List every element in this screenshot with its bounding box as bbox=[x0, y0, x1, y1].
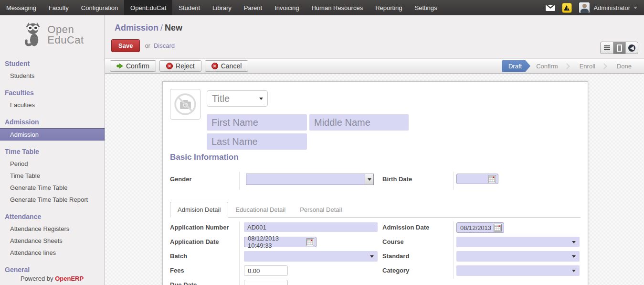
list-view-button[interactable] bbox=[601, 42, 613, 54]
main-panel: Admission/New Save or Discard bbox=[105, 15, 644, 285]
title-select[interactable]: Title bbox=[207, 90, 268, 107]
birth-date-label: Birth Date bbox=[382, 175, 412, 183]
form-sheet: Title Basic Information Gender Birth Dat bbox=[162, 81, 588, 285]
red-cross-icon bbox=[211, 63, 218, 69]
gender-label: Gender bbox=[170, 175, 192, 183]
top-navigation: Messaging Faculty Configuration OpenEduC… bbox=[0, 0, 443, 15]
column-separator bbox=[239, 172, 240, 190]
logo-text-line2: EduCat bbox=[47, 35, 84, 45]
openerp-brand[interactable]: OpenERP bbox=[55, 275, 84, 282]
title-select-value: Title bbox=[212, 93, 230, 104]
step-confirm: Confirm bbox=[530, 60, 564, 72]
sidebar-item-faculties[interactable]: Faculties bbox=[0, 99, 105, 111]
tab-educational-detail[interactable]: Educational Detail bbox=[228, 202, 293, 217]
user-menu[interactable]: Administrator bbox=[579, 2, 637, 13]
application-date-input[interactable]: 08/12/2013 10:49:33 bbox=[244, 237, 317, 247]
logo-text-line1: Open bbox=[47, 24, 84, 35]
sidebar-item-time-table[interactable]: Time Table bbox=[0, 170, 105, 182]
nav-settings[interactable]: Settings bbox=[409, 0, 443, 15]
reject-button-label: Reject bbox=[176, 62, 195, 70]
sidebar-section-admission: Admission Admission bbox=[0, 116, 105, 141]
sidebar-item-generate-time-table[interactable]: Generate Time Table bbox=[0, 182, 105, 194]
standard-select[interactable] bbox=[456, 251, 580, 262]
application-number-label: Application Number bbox=[170, 224, 229, 231]
batch-select[interactable] bbox=[244, 251, 378, 262]
admission-date-value: 08/12/2013 bbox=[460, 224, 491, 231]
list-icon bbox=[604, 45, 610, 46]
save-button[interactable]: Save bbox=[111, 39, 140, 52]
sidebar-item-attendance-sheets[interactable]: Attendance Sheets bbox=[0, 235, 105, 247]
photo-upload-box[interactable] bbox=[170, 89, 201, 120]
cancel-button[interactable]: Cancel bbox=[205, 60, 249, 72]
fees-input[interactable] bbox=[244, 265, 288, 276]
breadcrumb-separator: / bbox=[158, 23, 165, 33]
calendar-icon[interactable] bbox=[494, 224, 502, 232]
sidebar-item-period[interactable]: Period bbox=[0, 158, 105, 170]
dropdown-button bbox=[365, 174, 373, 185]
cancel-button-label: Cancel bbox=[221, 62, 242, 70]
or-label: or bbox=[145, 42, 150, 49]
nav-messaging[interactable]: Messaging bbox=[0, 0, 42, 15]
sidebar-heading-attendance: Attendance bbox=[0, 210, 105, 223]
sidebar-item-attendance-lines[interactable]: Attendance lines bbox=[0, 247, 105, 259]
batch-label: Batch bbox=[170, 252, 187, 260]
avatar bbox=[579, 2, 590, 13]
fees-label: Fees bbox=[170, 267, 184, 274]
app-window: Messaging Faculty Configuration OpenEduC… bbox=[0, 0, 644, 285]
chevron-down-icon bbox=[259, 98, 263, 100]
mail-icon[interactable] bbox=[546, 5, 555, 11]
breadcrumb-admission-link[interactable]: Admission bbox=[115, 23, 158, 33]
chevron-down-icon bbox=[572, 255, 576, 258]
confirm-button[interactable]: Confirm bbox=[110, 60, 156, 72]
discard-link[interactable]: Discard bbox=[154, 42, 175, 49]
sidebar-heading-faculties: Faculties bbox=[0, 87, 105, 99]
nav-student[interactable]: Student bbox=[172, 0, 206, 15]
sidebar-item-admission[interactable]: Admission bbox=[0, 128, 105, 141]
no-camera-icon bbox=[171, 90, 199, 118]
application-date-label: Application Date bbox=[170, 238, 219, 245]
breadcrumb: Admission/New bbox=[105, 15, 644, 33]
nav-parent[interactable]: Parent bbox=[238, 0, 268, 15]
due-date-label: Due Date bbox=[170, 281, 197, 285]
nav-configuration[interactable]: Configuration bbox=[75, 0, 124, 15]
openeducat-logo: Open EduCat bbox=[0, 15, 105, 53]
sidebar-section-attendance: Attendance Attendance Registers Attendan… bbox=[0, 210, 105, 259]
sidebar-item-students[interactable]: Students bbox=[0, 70, 105, 82]
nav-openeducat[interactable]: OpenEduCat bbox=[124, 0, 172, 15]
sidebar-item-attendance-registers[interactable]: Attendance Registers bbox=[0, 223, 105, 235]
nav-reporting[interactable]: Reporting bbox=[369, 0, 408, 15]
category-select[interactable] bbox=[456, 265, 580, 276]
chevron-down-icon bbox=[572, 270, 576, 272]
birth-date-input[interactable] bbox=[456, 174, 498, 184]
form-view-button[interactable] bbox=[613, 42, 625, 54]
nav-human-resources[interactable]: Human Resources bbox=[305, 0, 369, 15]
nav-invoicing[interactable]: Invoicing bbox=[268, 0, 305, 15]
warning-icon[interactable] bbox=[562, 3, 572, 13]
calendar-icon[interactable] bbox=[488, 175, 496, 183]
sidebar: Open EduCat Student Students Faculties F… bbox=[0, 15, 105, 285]
topbar: Messaging Faculty Configuration OpenEduC… bbox=[0, 0, 644, 15]
notebook-tabs: Admision Detail Educational Detail Perso… bbox=[170, 203, 581, 218]
middle-name-input[interactable] bbox=[309, 114, 409, 131]
reject-button[interactable]: Reject bbox=[159, 60, 201, 72]
course-select[interactable] bbox=[456, 237, 580, 247]
due-date-input[interactable] bbox=[244, 280, 288, 285]
red-cross-icon bbox=[166, 63, 173, 69]
standard-label: Standard bbox=[382, 252, 409, 260]
statusbar: Confirm Reject Cancel Draft Confirm bbox=[105, 58, 644, 74]
sidebar-item-generate-time-table-report[interactable]: Generate Time Table Report bbox=[0, 194, 105, 206]
application-number-input[interactable] bbox=[244, 222, 378, 232]
tab-admision-detail[interactable]: Admision Detail bbox=[170, 202, 228, 218]
kanban-view-button[interactable] bbox=[625, 42, 638, 54]
calendar-icon[interactable] bbox=[306, 238, 314, 246]
nav-faculty[interactable]: Faculty bbox=[42, 0, 75, 15]
gender-select[interactable] bbox=[246, 174, 374, 185]
sidebar-heading-time-table: Time Table bbox=[0, 145, 105, 158]
last-name-input[interactable] bbox=[207, 133, 307, 150]
first-name-input[interactable] bbox=[207, 114, 307, 131]
course-label: Course bbox=[382, 238, 404, 245]
tab-personal-detail[interactable]: Personal Detail bbox=[293, 202, 349, 217]
nav-library[interactable]: Library bbox=[206, 0, 238, 15]
admission-date-input[interactable]: 08/12/2013 bbox=[456, 222, 504, 233]
green-arrow-icon bbox=[116, 63, 123, 69]
